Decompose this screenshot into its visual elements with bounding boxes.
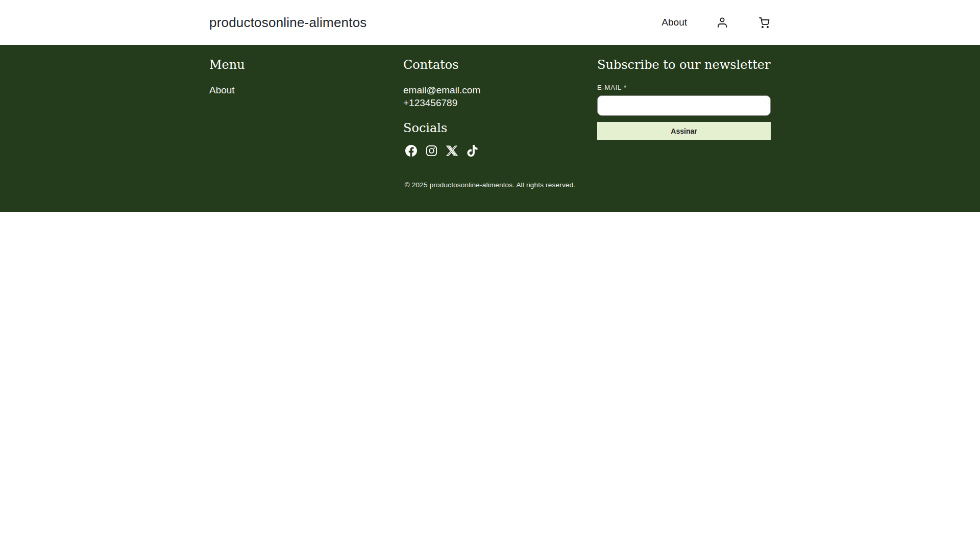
footer-menu-column: Menu About (209, 57, 383, 159)
contact-email: email@email.com (403, 84, 577, 96)
newsletter-subscribe-button[interactable]: Assinar (597, 122, 771, 140)
footer-socials-heading: Socials (403, 120, 577, 136)
newsletter-column: Subscribe to our newsletter E-MAIL * Ass… (597, 57, 771, 159)
footer-contacts-heading: Contatos (403, 57, 577, 72)
nav-link-about[interactable]: About (662, 17, 687, 28)
site-footer: Menu About Contatos email@email.com +123… (0, 45, 980, 212)
copyright-text: © 2025 productosonline-alimentos. All ri… (209, 181, 771, 189)
page-content (0, 212, 980, 551)
footer-link-about[interactable]: About (209, 84, 235, 96)
footer-menu-heading: Menu (209, 57, 383, 72)
footer-contacts-column: Contatos email@email.com +123456789 Soci… (403, 57, 577, 159)
tiktok-icon[interactable] (464, 143, 480, 159)
newsletter-email-label: E-MAIL * (597, 84, 771, 91)
social-icons-row (403, 143, 577, 159)
facebook-icon[interactable] (403, 143, 419, 159)
account-icon[interactable] (716, 16, 729, 29)
contact-phone: +123456789 (403, 96, 577, 109)
x-twitter-icon[interactable] (444, 143, 460, 159)
newsletter-heading: Subscribe to our newsletter (597, 57, 771, 72)
header-nav: About (662, 16, 771, 29)
site-header: productosonline-alimentos About (0, 0, 980, 45)
instagram-icon[interactable] (424, 143, 439, 159)
shopping-cart-icon[interactable] (757, 16, 771, 29)
newsletter-email-input[interactable] (597, 95, 771, 116)
site-logo[interactable]: productosonline-alimentos (209, 15, 367, 31)
